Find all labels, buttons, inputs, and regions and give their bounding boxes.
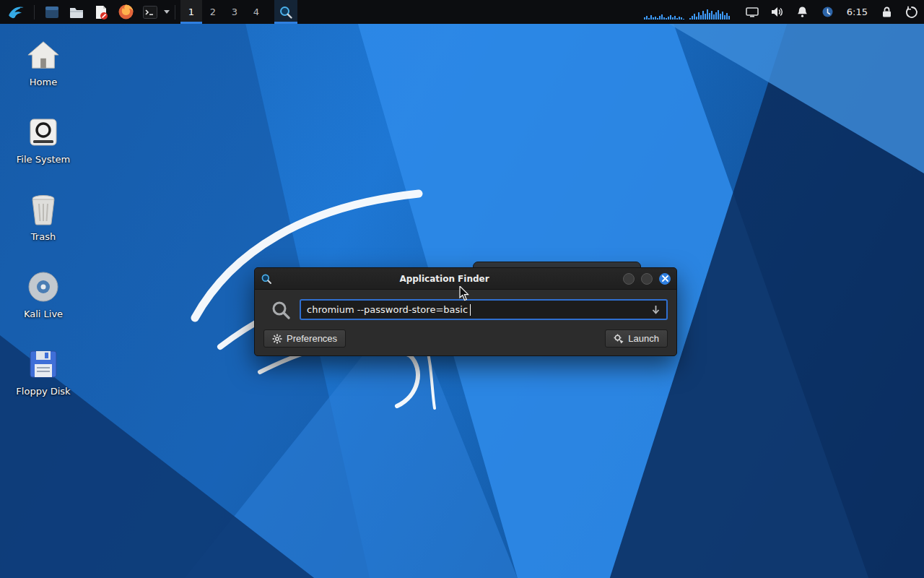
graph-bar — [724, 15, 725, 20]
top-panel: 1 2 3 4 — [0, 0, 924, 24]
graph-bar — [679, 17, 680, 20]
graph-bar — [650, 15, 652, 20]
graph-bar — [666, 18, 667, 20]
graph-bar — [696, 17, 697, 20]
dialog-actions: Preferences Launch — [263, 329, 668, 348]
graph-bar — [683, 19, 684, 20]
graph-bar — [653, 17, 654, 20]
graph-bar — [646, 16, 648, 20]
graph-bar — [674, 16, 676, 20]
launch-label: Launch — [628, 333, 659, 344]
logout-icon[interactable] — [904, 4, 920, 21]
dropdown-arrow-icon[interactable] — [651, 305, 661, 314]
graph-bar — [644, 17, 645, 20]
workspace-1[interactable]: 1 — [180, 0, 202, 24]
graph-bar — [689, 18, 691, 20]
trash-icon — [9, 192, 78, 227]
workspace-label: 2 — [210, 7, 216, 17]
command-input-value: chromium --password-store=basic — [307, 304, 468, 315]
text-caret — [470, 304, 471, 316]
graph-bar — [659, 16, 661, 20]
terminal-icon[interactable] — [140, 2, 160, 22]
workspace-2[interactable]: 2 — [202, 0, 224, 24]
graph-bar — [720, 14, 721, 20]
files-dark-icon[interactable] — [42, 2, 62, 22]
desktop-icon-trash[interactable]: Trash — [9, 192, 78, 242]
notifications-icon[interactable] — [795, 4, 811, 21]
graph-bar — [728, 16, 730, 20]
status-icon[interactable] — [820, 4, 836, 21]
desktop-icon-floppy-disk[interactable]: Floppy Disk — [9, 347, 78, 397]
desktop-icon-label: Home — [9, 77, 78, 87]
graph-bar — [709, 13, 710, 20]
file-manager-icon[interactable] — [66, 2, 87, 22]
search-row: chromium --password-store=basic — [263, 299, 668, 320]
launch-icon — [614, 334, 624, 344]
maximize-button[interactable] — [641, 273, 653, 285]
graph-bar — [711, 11, 712, 20]
graph-bar — [705, 14, 706, 20]
file-system-icon — [9, 115, 78, 150]
firefox-icon[interactable] — [116, 2, 136, 22]
kali-menu-icon[interactable] — [6, 2, 27, 22]
desktop-icon-label: File System — [9, 154, 78, 165]
disc-icon — [9, 269, 78, 304]
workspace-label: 3 — [232, 7, 237, 17]
lock-icon[interactable] — [879, 4, 894, 21]
panel-separator — [34, 5, 35, 20]
graph-bar — [702, 11, 704, 20]
graph-bar — [707, 9, 708, 20]
close-icon — [662, 275, 668, 282]
graph-bar — [726, 13, 728, 20]
app-finder-icon — [279, 5, 293, 20]
graph-bar — [668, 17, 669, 20]
panel-right-group: 6:15 — [644, 4, 920, 21]
graph-bar — [698, 12, 699, 20]
floppy-icon — [9, 347, 78, 381]
minimize-button[interactable] — [623, 273, 635, 285]
desktop-icon-home[interactable]: Home — [9, 38, 78, 87]
workspace-3[interactable]: 3 — [224, 0, 245, 24]
preferences-label: Preferences — [287, 333, 337, 344]
workspace-4[interactable]: 4 — [245, 0, 267, 24]
graph-bar — [657, 18, 658, 20]
search-icon — [271, 300, 291, 320]
gear-icon — [272, 334, 282, 344]
graph-bar — [694, 14, 695, 20]
display-icon[interactable] — [744, 4, 760, 21]
graph-bar — [718, 10, 719, 20]
close-button[interactable] — [659, 273, 671, 285]
network-graph[interactable] — [644, 5, 735, 20]
graph-bar — [655, 17, 656, 20]
terminal-menu-chevron-icon[interactable] — [164, 10, 170, 14]
application-finder-window: Application Finder chromium --password-s… — [254, 267, 677, 356]
panel-separator — [175, 5, 175, 20]
home-icon — [9, 38, 78, 72]
desktop-icon-kali-live[interactable]: Kali Live — [9, 269, 78, 319]
command-input[interactable]: chromium --password-store=basic — [300, 299, 668, 320]
graph-bar — [722, 12, 723, 20]
graph-bar — [681, 17, 682, 20]
desktop-icon-file-system[interactable]: File System — [9, 115, 78, 165]
text-editor-icon[interactable] — [91, 2, 111, 22]
graph-bar — [661, 14, 663, 20]
taskbar-application-finder[interactable] — [274, 0, 297, 24]
graph-bar — [663, 17, 665, 20]
graph-bar — [676, 18, 678, 20]
graph-bar — [670, 15, 671, 20]
workspace-label: 1 — [188, 7, 194, 17]
graph-bar — [672, 17, 674, 20]
graph-bar — [715, 12, 717, 20]
graph-bar — [692, 16, 693, 20]
graph-bar — [700, 15, 702, 20]
desktop-icon-label: Kali Live — [9, 309, 78, 319]
panel-clock[interactable]: 6:15 — [845, 7, 869, 17]
launch-button[interactable]: Launch — [605, 329, 668, 348]
window-title: Application Finder — [272, 274, 616, 284]
volume-icon[interactable] — [770, 4, 785, 21]
graph-bar — [713, 14, 715, 20]
graph-bar — [648, 18, 650, 20]
desktop-icon-label: Trash — [9, 231, 78, 242]
preferences-button[interactable]: Preferences — [263, 329, 346, 348]
mouse-cursor — [459, 286, 470, 301]
